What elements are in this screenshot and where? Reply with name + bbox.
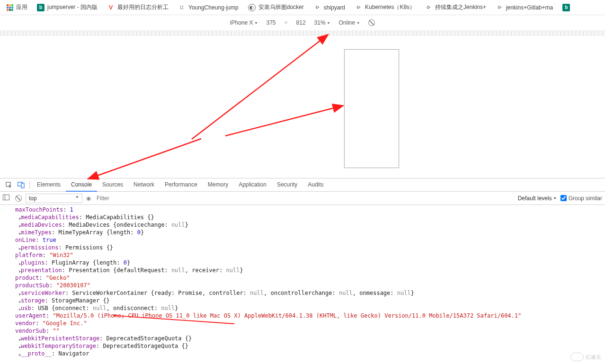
tab-performance[interactable]: Performance [160,178,203,192]
console-property-row[interactable]: webkitTemporaryStorage: DeprecatedStorag… [7,342,605,350]
tab-application[interactable]: Application [233,178,272,192]
console-property-row[interactable]: vendorSub: "" [7,327,605,335]
bookmark-label: Kubernetes（K8s） [365,3,415,11]
device-select[interactable]: iPhone X [230,19,258,26]
console-property-row[interactable]: userAgent: "Mozilla/5.0 (iPhone; CPU iPh… [7,312,605,320]
tab-audits[interactable]: Audits [302,178,329,192]
console-property-row[interactable]: mediaDevices: MediaDevices {ondevicechan… [7,221,605,229]
filter-input[interactable] [95,193,514,204]
device-width[interactable]: 375 [266,19,276,26]
dimension-separator: × [285,19,288,26]
bookmarks-bar: 应用 bjumpserver - 国内版V最好用的日志分析工🗋YoungCheu… [0,0,605,15]
bookmark-label: jumpserver - 国内版 [47,3,98,11]
console-property-row[interactable]: mimeTypes: MimeTypeArray {length: 0} [7,229,605,236]
console-property-row[interactable]: mediaCapabilities: MediaCapabilities {} [7,213,605,221]
tab-console[interactable]: Console [66,178,97,192]
console-property-row[interactable]: maxTouchPoints: 1 [7,206,605,213]
console-property-row[interactable]: plugins: PluginArray {length: 0} [7,259,605,266]
bookmark-label: shipyard [324,4,345,11]
svg-rect-6 [21,183,24,188]
console-property-row[interactable]: serviceWorker: ServiceWorkerContainer {r… [7,289,605,297]
console-property-row[interactable]: onLine: true [7,236,605,244]
log-levels-select[interactable]: Default levels [518,195,557,202]
console-property-row[interactable]: productSub: "20030107" [7,282,605,289]
clear-console-icon[interactable] [15,195,22,202]
tab-security[interactable]: Security [272,178,302,192]
watermark: 亿速云 [570,353,601,361]
devtools-panel: ElementsConsoleSourcesNetworkPerformance… [0,178,605,361]
console-output[interactable]: maxTouchPoints: 1mediaCapabilities: Medi… [0,205,605,361]
bookmark-label: 最好用的日志分析工 [117,3,169,11]
device-toggle-icon[interactable] [15,182,27,188]
device-height[interactable]: 812 [296,19,306,26]
console-property-row[interactable]: storage: StorageManager {} [7,297,605,304]
bookmark-item[interactable]: ◐安装乌班图docker [244,1,308,13]
rotate-icon[interactable] [367,18,376,27]
console-property-row[interactable]: platform: "Win32" [7,251,605,259]
svg-rect-7 [3,195,9,200]
bookmark-item[interactable]: bjumpserver - 国内版 [33,1,101,13]
tab-elements[interactable]: Elements [32,178,66,192]
bookmark-item[interactable]: ᐒKubernetes（K8s） [351,1,419,13]
console-property-row[interactable]: vendor: "Google Inc." [7,320,605,327]
sidebar-toggle-icon[interactable] [3,195,11,202]
bookmark-label: 持续集成之Jenkins+ [435,3,486,11]
ruler [0,30,605,36]
tab-memory[interactable]: Memory [203,178,233,192]
bookmark-item[interactable]: ᐒjenkins+Gitlab+ma [492,1,557,13]
console-property-row[interactable]: permissions: Permissions {} [7,244,605,251]
console-property-row[interactable]: __proto__: Navigator [7,350,605,357]
console-toolbar: top ◉ Default levels Group similar [0,192,605,205]
bookmark-item[interactable]: b [559,1,577,13]
apps-label: 应用 [16,3,27,11]
bookmark-label: jenkins+Gitlab+ma [506,4,553,11]
bookmark-item[interactable]: ᐒshipyard [310,1,349,13]
throttle-select[interactable]: Online [339,19,360,26]
zoom-select[interactable]: 31% [314,19,330,26]
device-viewport [0,36,605,178]
apps-icon [7,4,13,11]
console-property-row[interactable]: product: "Gecko" [7,274,605,282]
eye-icon[interactable]: ◉ [86,195,91,202]
console-property-row[interactable]: usb: USB {onconnect: null, ondisconnect:… [7,304,605,312]
context-select[interactable]: top [26,194,82,203]
bookmark-label: 安装乌班图docker [258,3,304,11]
devtools-tabs: ElementsConsoleSourcesNetworkPerformance… [0,178,605,192]
tab-sources[interactable]: Sources [97,178,128,192]
apps-button[interactable]: 应用 [3,1,31,13]
device-toolbar: iPhone X 375 × 812 31% Online [0,15,605,30]
group-similar-checkbox[interactable]: Group similar [561,195,602,202]
emulated-screen[interactable] [344,49,399,168]
bookmark-label: YoungCheung-jump [188,4,239,11]
bookmark-item[interactable]: 🗋YoungCheung-jump [174,1,242,13]
bookmark-item[interactable]: ᐒ持续集成之Jenkins+ [421,1,490,13]
cloud-icon [570,353,584,361]
tab-network[interactable]: Network [128,178,160,192]
console-property-row[interactable]: webkitPersistentStorage: DeprecatedStora… [7,335,605,342]
inspect-icon[interactable] [3,182,15,188]
bookmark-item[interactable]: V最好用的日志分析工 [103,1,172,13]
console-property-row[interactable]: presentation: Presentation {defaultReque… [7,266,605,274]
